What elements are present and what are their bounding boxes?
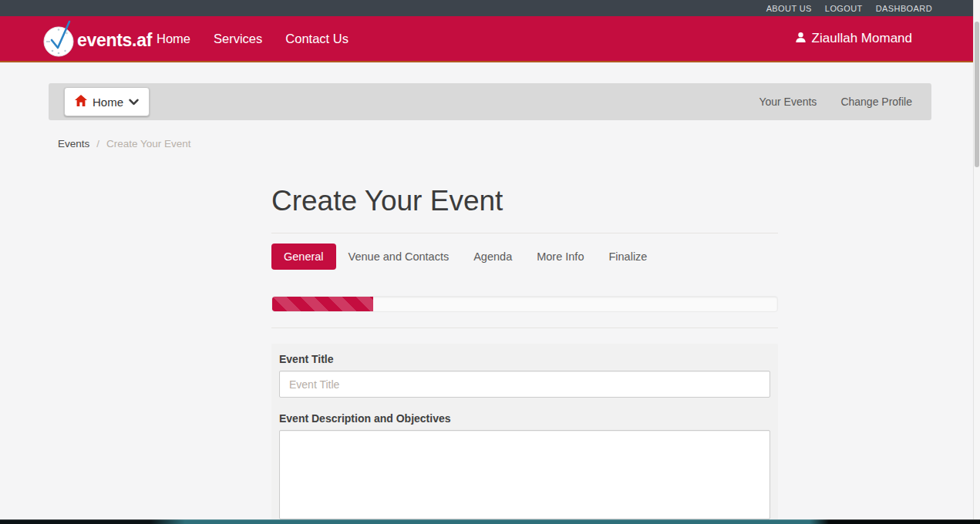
event-description-textarea[interactable] (279, 430, 770, 519)
home-dropdown-button[interactable]: Home (64, 87, 150, 116)
tab-finalize[interactable]: Finalize (596, 244, 659, 270)
topbar-link-logout[interactable]: LOGOUT (825, 4, 863, 13)
topbar-link-dashboard[interactable]: DASHBOARD (876, 4, 932, 13)
event-title-label: Event Title (279, 353, 770, 365)
wizard-progress-bar (271, 296, 778, 312)
home-icon (75, 95, 87, 109)
chevron-down-icon (129, 95, 139, 109)
wizard-tabs: General Venue and Contacts Agenda More I… (271, 244, 659, 270)
home-button-label: Home (93, 96, 123, 109)
nav-link-services[interactable]: Services (202, 32, 274, 46)
subbar-link-change-profile[interactable]: Change Profile (840, 96, 912, 108)
main-navbar: events.af Home Services Contact Us Ziaul… (0, 16, 980, 62)
top-utility-bar: ABOUT US LOGOUT DASHBOARD (0, 0, 980, 16)
event-title-input[interactable] (279, 371, 770, 398)
tab-venue-and-contacts[interactable]: Venue and Contacts (336, 244, 462, 270)
wizard-progress-fill (272, 297, 373, 311)
divider-above-tabs (271, 233, 778, 233)
vertical-scrollbar-thumb[interactable] (975, 22, 979, 167)
nav-link-home[interactable]: Home (145, 32, 202, 46)
clock-check-logo-icon (42, 19, 75, 61)
topbar-links: ABOUT US LOGOUT DASHBOARD (766, 0, 932, 16)
subbar-links: Your Events Change Profile (759, 83, 912, 120)
user-menu[interactable]: Ziaullah Momand (795, 16, 912, 61)
person-icon (795, 32, 807, 46)
navbar-links: Home Services Contact Us (145, 16, 360, 61)
topbar-link-about-us[interactable]: ABOUT US (766, 4, 812, 13)
vertical-scrollbar-track[interactable] (973, 0, 980, 524)
tab-general[interactable]: General (271, 244, 336, 270)
secondary-toolbar: Home Your Events Change Profile (49, 83, 931, 120)
tab-agenda[interactable]: Agenda (461, 244, 524, 270)
brand-logo[interactable]: events.af (42, 19, 152, 61)
page-title: Create Your Event (271, 185, 503, 217)
bottom-window-edge (0, 519, 980, 524)
user-name: Ziaullah Momand (812, 31, 912, 46)
breadcrumb-events[interactable]: Events (58, 138, 89, 149)
divider-above-form (271, 328, 778, 328)
breadcrumb: Events / Create Your Event (58, 138, 191, 149)
event-form-panel: Event Title Event Description and Object… (271, 344, 778, 524)
nav-link-contact-us[interactable]: Contact Us (274, 32, 360, 46)
event-description-label: Event Description and Objectives (279, 412, 770, 425)
subbar-link-your-events[interactable]: Your Events (759, 96, 817, 108)
tab-more-info[interactable]: More Info (524, 244, 596, 270)
brand-name: events.af (77, 30, 152, 51)
breadcrumb-current: Create Your Event (106, 138, 191, 149)
breadcrumb-separator: / (96, 138, 99, 149)
